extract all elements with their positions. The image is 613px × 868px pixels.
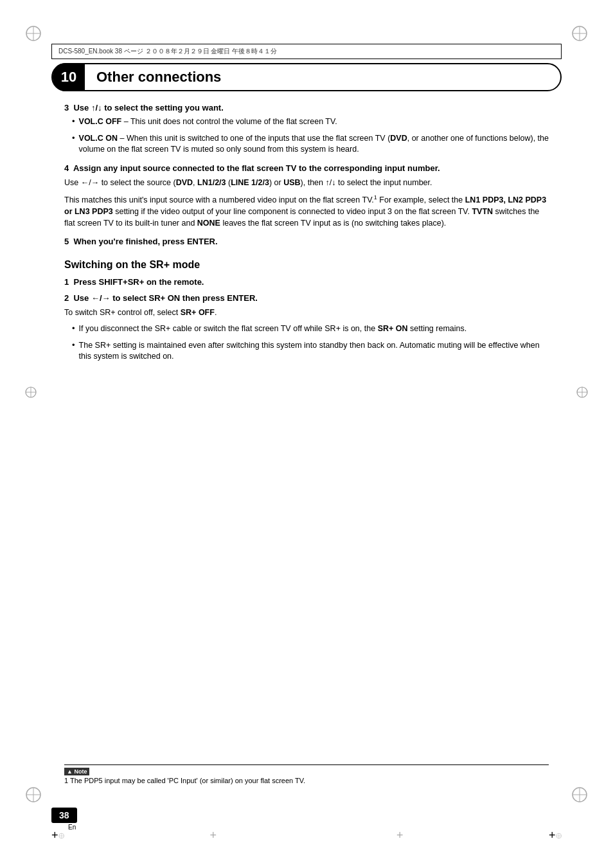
- section-header: 10 Other connections: [51, 63, 562, 91]
- sr-step2-bullets: • If you disconnect the SR+ cable or swi…: [64, 323, 549, 363]
- bullet-icon-3: •: [72, 323, 75, 335]
- bullet-icon: •: [72, 116, 75, 128]
- step3-block: 3 Use ↑/↓ to select the setting you want…: [64, 103, 549, 156]
- step5-text: 5 When you're finished, press ENTER.: [64, 237, 218, 246]
- step3-header: 3 Use ↑/↓ to select the setting you want…: [64, 103, 549, 113]
- corner-decoration-tr: [571, 24, 589, 42]
- step4-header: 4 Assign any input source connected to t…: [64, 163, 549, 173]
- note-label: ▲ Note: [64, 768, 549, 775]
- page: DCS-580_EN.book 38 ページ ２００８年２月２９日 金曜日 午後…: [0, 0, 613, 868]
- sr-step2-para: To switch SR+ control off, select SR+ OF…: [64, 307, 549, 318]
- note-area: ▲ Note 1 The PDP5 input may be called 'P…: [64, 764, 549, 784]
- corner-decoration-bl: [24, 786, 42, 804]
- bottom-center-crosses: + +: [209, 829, 403, 842]
- step5-block: 5 When you're finished, press ENTER.: [64, 237, 549, 246]
- bullet-icon-2: •: [72, 133, 75, 156]
- volc-on-label: VOL.C ON: [79, 134, 118, 143]
- subsection-title: Switching on the SR+ mode: [64, 259, 549, 271]
- file-header-text: DCS-580_EN.book 38 ページ ２００８年２月２９日 金曜日 午後…: [58, 48, 277, 55]
- sr-step2: 2 Use ←/→ to select SR+ ON then press EN…: [64, 293, 549, 363]
- bottom-decorations: + +: [51, 829, 562, 842]
- bullet-icon-4: •: [72, 340, 75, 363]
- cross-center-right: +: [396, 829, 404, 842]
- page-number-box: 38: [51, 808, 77, 823]
- corner-decoration-tl: [24, 24, 42, 42]
- step4-para2: This matches this unit's input source wi…: [64, 194, 549, 230]
- note-text: 1 The PDP5 input may be called 'PC Input…: [64, 777, 549, 784]
- step4-block: 4 Assign any input source connected to t…: [64, 163, 549, 230]
- section-title: Other connections: [85, 69, 221, 86]
- sr-step2-header: 2 Use ←/→ to select SR+ ON then press EN…: [64, 293, 549, 303]
- sr-bullet-2: • The SR+ setting is maintained even aft…: [64, 340, 549, 363]
- sr-step1-header: 1 Press SHIFT+SR+ on the remote.: [64, 277, 549, 287]
- bottom-crosshair-left: [51, 829, 64, 842]
- section-number: 10: [53, 63, 85, 91]
- bottom-crosshair-right: [549, 829, 562, 842]
- volc-off-label: VOL.C OFF: [79, 117, 122, 126]
- step3-bullets: • VOL.C OFF – This unit does not control…: [64, 116, 549, 156]
- cross-center-left: +: [209, 829, 217, 842]
- step3-bullet-2: • VOL.C ON – When this unit is switched …: [64, 133, 549, 156]
- mid-crosshair-right: [576, 386, 589, 401]
- file-header: DCS-580_EN.book 38 ページ ２００８年２月２９日 金曜日 午後…: [51, 44, 562, 59]
- main-content: 3 Use ↑/↓ to select the setting you want…: [64, 103, 549, 739]
- corner-decoration-br: [571, 786, 589, 804]
- step4-para1: Use ←/→ to select the source (DVD, LN1/2…: [64, 177, 549, 188]
- sr-step1: 1 Press SHIFT+SR+ on the remote.: [64, 277, 549, 287]
- note-icon: ▲ Note: [64, 768, 89, 775]
- sr-bullet-1: • If you disconnect the SR+ cable or swi…: [64, 323, 549, 335]
- sr-plus-section: Switching on the SR+ mode 1 Press SHIFT+…: [64, 259, 549, 363]
- step3-bullet-1: • VOL.C OFF – This unit does not control…: [64, 116, 549, 128]
- mid-crosshair-left: [24, 386, 37, 401]
